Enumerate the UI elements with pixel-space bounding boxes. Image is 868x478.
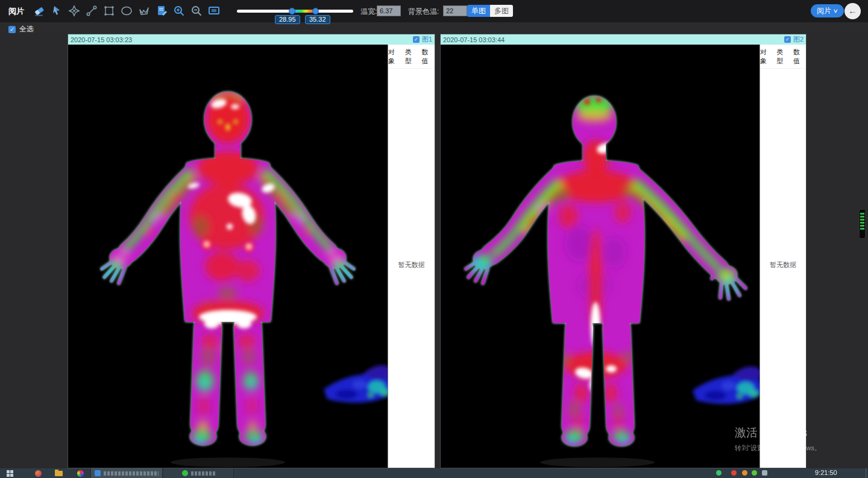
taskbar: 9:21:50 (0, 468, 868, 478)
tool-icon-row (33, 4, 221, 17)
thermal-body-front (68, 45, 388, 468)
multi-view-button[interactable]: 多图 (490, 5, 513, 17)
chevron-down-icon: ∨ (833, 4, 838, 17)
panel-1-data-panel: 对象 类型 数值 暂无数据 (388, 45, 435, 468)
polygon-roi-icon[interactable] (137, 4, 151, 17)
zoom-in-icon[interactable] (172, 4, 186, 17)
panel-2-timestamp: 2020-07-15 03:03:44 (443, 36, 505, 43)
taskbar-thermal-app[interactable] (90, 468, 163, 478)
panel-1-header: 2020-07-15 03:03:23 ✓ 图1 (68, 34, 435, 45)
taskbar-clock[interactable]: 9:21:50 (815, 469, 837, 476)
slider-handle-low[interactable] (289, 8, 295, 14)
panel-2-label: 图2 (793, 35, 804, 44)
tray-orange-icon[interactable] (742, 470, 747, 476)
back-button[interactable]: ← (844, 3, 861, 19)
panel-1-timestamp: 2020-07-15 03:03:23 (71, 36, 132, 43)
temp-width-label: 温宽: (360, 7, 377, 17)
thermal-body-back (441, 45, 760, 468)
panel-2-checkbox[interactable]: ✓ (784, 36, 791, 43)
col-object: 对象 (760, 48, 773, 66)
folder-icon[interactable] (49, 468, 68, 478)
slider-handle-high[interactable] (312, 8, 319, 14)
show-desktop-button[interactable] (866, 468, 868, 478)
tray-green2-icon[interactable] (752, 470, 757, 476)
point-marker-icon[interactable] (68, 4, 81, 17)
image-panel-2: 2020-07-15 03:03:44 ✓ 图2 (440, 34, 807, 468)
temperature-range-slider (237, 8, 353, 15)
media-app-icon[interactable] (71, 468, 89, 478)
col-type: 类型 (776, 48, 789, 66)
taskbar-chat-app[interactable] (164, 468, 234, 478)
start-button-icon[interactable] (2, 468, 17, 478)
review-dropdown-label: 阅片 (817, 4, 831, 17)
slider-value-labels: 28.95 35.32 (237, 15, 353, 25)
single-view-button[interactable]: 单图 (467, 5, 490, 17)
panel-1-checkbox[interactable]: ✓ (413, 36, 420, 43)
fit-screen-icon[interactable] (207, 4, 221, 17)
tray-red-icon[interactable] (731, 470, 737, 476)
panel-2-data-panel: 对象 类型 数值 暂无数据 (760, 45, 806, 468)
chat-app-icon (182, 470, 188, 476)
rect-roi-icon[interactable] (102, 4, 116, 17)
ellipse-roi-icon[interactable] (120, 4, 133, 17)
tray-green-icon[interactable] (716, 470, 722, 476)
thermal-app-icon (95, 470, 101, 476)
thermal-image-2[interactable] (441, 45, 760, 468)
panel-1-label: 图1 (422, 35, 432, 44)
thermal-image-1[interactable] (68, 45, 388, 468)
battery-indicator (859, 209, 866, 239)
top-toolbar: 阅片 28.95 (0, 0, 868, 22)
view-mode-toggle: 单图 多图 (467, 5, 513, 17)
col-value: 数值 (421, 48, 435, 66)
panel-1-empty-text: 暂无数据 (388, 260, 435, 269)
zoom-out-icon[interactable] (190, 4, 203, 17)
col-value: 数值 (793, 48, 806, 66)
col-type: 类型 (405, 48, 418, 66)
select-all-label: 全选 (19, 24, 34, 34)
report-icon[interactable] (155, 4, 168, 17)
review-dropdown-button[interactable]: 阅片 ∨ (811, 4, 844, 17)
eraser-icon[interactable] (33, 4, 46, 17)
select-all-checkbox[interactable]: ✓ (8, 26, 16, 33)
panel-2-header: 2020-07-15 03:03:44 ✓ 图2 (441, 34, 806, 45)
slider-high-value: 35.32 (305, 15, 330, 24)
slider-low-value: 28.95 (275, 15, 300, 24)
filter-bar: ✓ 全选 (0, 22, 868, 33)
image-panel-1: 2020-07-15 03:03:23 ✓ 图1 (68, 34, 435, 468)
tray-misc-icon[interactable] (762, 470, 767, 476)
app-title: 阅片 (8, 0, 24, 22)
bg-temp-label: 背景色温: (408, 7, 439, 17)
panel-2-empty-text: 暂无数据 (760, 260, 806, 269)
col-object: 对象 (388, 48, 401, 66)
cursor-select-icon[interactable] (50, 4, 63, 17)
bg-temp-input[interactable] (443, 5, 467, 16)
line-measure-icon[interactable] (85, 4, 98, 17)
browser-icon[interactable] (29, 468, 47, 478)
temp-width-input[interactable] (377, 5, 401, 16)
